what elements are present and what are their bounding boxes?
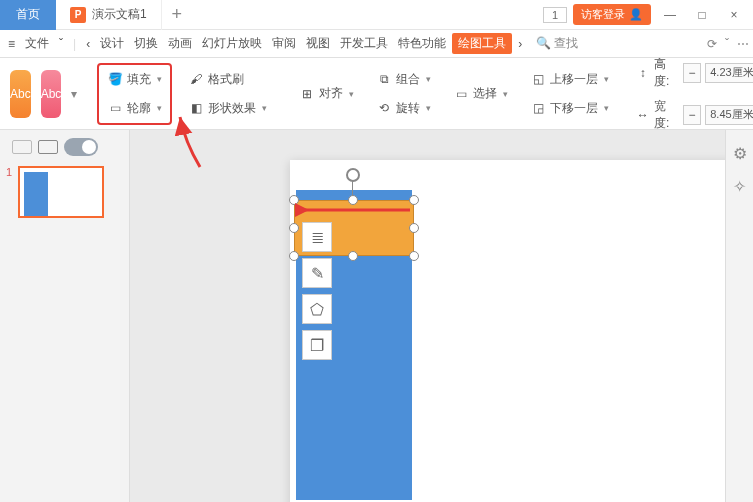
align-button[interactable]: ⊞ 对齐 ▾ (293, 83, 360, 104)
fill-label: 填充 (127, 71, 151, 88)
rotate-label: 旋转 (396, 100, 420, 117)
slide-panel: 1 (0, 130, 130, 502)
shape-effects-button[interactable]: ◧ 形状效果 ▾ (182, 98, 273, 119)
chevron-down-icon[interactable]: ▾ (426, 103, 431, 113)
style-preset-orange[interactable]: Abc (10, 70, 31, 118)
menu-animation[interactable]: 动画 (164, 35, 196, 52)
send-backward-button[interactable]: ◲ 下移一层 ▾ (524, 98, 615, 119)
chevron-down-icon[interactable]: ▾ (426, 74, 431, 84)
thumb-shape (24, 172, 48, 216)
rotate-button[interactable]: ⟲ 旋转 ▾ (370, 98, 437, 119)
height-input[interactable]: 4.23厘米 (705, 63, 753, 83)
chevron-down-icon[interactable]: ▾ (157, 74, 162, 84)
resize-handle-w[interactable] (289, 223, 299, 233)
bring-forward-button[interactable]: ◱ 上移一层 ▾ (524, 69, 615, 90)
format-painter-button[interactable]: 🖌 格式刷 (182, 69, 273, 90)
layers-tool[interactable]: ≣ (302, 222, 332, 252)
select-icon: ▭ (453, 86, 469, 102)
height-label: 高度: (654, 56, 679, 90)
width-icon: ↔ (635, 107, 650, 123)
menu-transition[interactable]: 切换 (130, 35, 162, 52)
chevron-down-icon[interactable]: ▾ (604, 74, 609, 84)
thumbnail-preview (18, 166, 104, 218)
send-backward-label: 下移一层 (550, 100, 598, 117)
width-row: ↔ 宽度: − 8.45厘米 + (635, 98, 753, 132)
outline-button[interactable]: ▭ 轮廓 ▾ (101, 98, 168, 119)
menu-drawing-tools[interactable]: 绘图工具 (452, 33, 512, 54)
height-decrement[interactable]: − (683, 63, 701, 83)
settings-icon[interactable]: ⚙ (733, 144, 747, 163)
slide[interactable] (290, 160, 725, 502)
select-button[interactable]: ▭ 选择 ▾ (447, 83, 514, 104)
align-label: 对齐 (319, 85, 343, 102)
resize-handle-sw[interactable] (289, 251, 299, 261)
new-tab-button[interactable]: + (162, 4, 192, 25)
canvas[interactable] (130, 130, 725, 502)
view-toggle[interactable] (64, 138, 98, 156)
resize-handle-s[interactable] (348, 251, 358, 261)
menu-slideshow[interactable]: 幻灯片放映 (198, 35, 266, 52)
guest-login-button[interactable]: 访客登录 👤 (573, 4, 651, 25)
resize-handle-ne[interactable] (409, 195, 419, 205)
outline-icon: ▭ (107, 100, 123, 116)
dropdown-icon[interactable]: ˇ (55, 37, 67, 51)
rotate-icon: ⟲ (376, 100, 392, 116)
slide-thumbnail-1[interactable]: 1 (6, 166, 123, 218)
chevron-down-icon[interactable]: ▾ (503, 89, 508, 99)
nav-prev-icon[interactable]: ‹ (82, 37, 94, 51)
resize-handle-se[interactable] (409, 251, 419, 261)
nav-next-icon[interactable]: › (514, 37, 526, 51)
file-menu[interactable]: 文件 (21, 35, 53, 52)
effects-icon: ◧ (188, 100, 204, 116)
height-row: ↕ 高度: − 4.23厘米 + (635, 56, 753, 90)
tab-home[interactable]: 首页 (0, 0, 56, 30)
menu-devtools[interactable]: 开发工具 (336, 35, 392, 52)
menu-features[interactable]: 特色功能 (394, 35, 450, 52)
menu-review[interactable]: 审阅 (268, 35, 300, 52)
collapse-ribbon-icon[interactable]: ˇ (725, 37, 729, 51)
chevron-down-icon[interactable]: ▾ (262, 103, 267, 113)
chevron-down-icon[interactable]: ▾ (604, 103, 609, 113)
select-label: 选择 (473, 85, 497, 102)
rotation-handle[interactable] (346, 168, 360, 182)
search-button[interactable]: 🔍 查找 (536, 35, 578, 52)
slide-number: 1 (6, 166, 12, 178)
presentation-icon: P (70, 7, 86, 23)
shape-tool[interactable]: ⬠ (302, 294, 332, 324)
hamburger-icon[interactable]: ≡ (4, 37, 19, 51)
maximize-button[interactable]: □ (689, 2, 715, 28)
outline-view-button[interactable] (12, 140, 32, 154)
minimize-button[interactable]: — (657, 2, 683, 28)
duplicate-tool[interactable]: ❐ (302, 330, 332, 360)
resize-handle-e[interactable] (409, 223, 419, 233)
width-decrement[interactable]: − (683, 105, 701, 125)
floating-shape-toolbar: ≣ ✎ ⬠ ❐ (302, 222, 332, 360)
align-icon: ⊞ (299, 86, 315, 102)
menu-design[interactable]: 设计 (96, 35, 128, 52)
tab-document[interactable]: P 演示文稿1 (56, 0, 162, 30)
height-icon: ↕ (635, 65, 650, 81)
menubar-right: ⟳ ˇ ⋯ (707, 37, 749, 51)
fill-button[interactable]: 🪣 填充 ▾ (101, 69, 168, 90)
favorite-icon[interactable]: ✧ (733, 177, 746, 196)
resize-handle-n[interactable] (348, 195, 358, 205)
thumbnail-view-button[interactable] (38, 140, 58, 154)
more-icon[interactable]: ⋯ (737, 37, 749, 51)
select-group: ▭ 选择 ▾ (447, 83, 514, 104)
brush-icon: 🖌 (188, 71, 204, 87)
eyedropper-tool[interactable]: ✎ (302, 258, 332, 288)
shape-effects-label: 形状效果 (208, 100, 256, 117)
guest-login-label: 访客登录 (581, 7, 625, 22)
chevron-down-icon[interactable]: ▾ (157, 103, 162, 113)
menu-view[interactable]: 视图 (302, 35, 334, 52)
group-button[interactable]: ⧉ 组合 ▾ (370, 69, 437, 90)
resize-handle-nw[interactable] (289, 195, 299, 205)
right-sidebar: ⚙ ✧ (725, 130, 753, 502)
style-gallery-more-icon[interactable]: ▾ (71, 87, 77, 101)
cloud-sync-icon[interactable]: ⟳ (707, 37, 717, 51)
chevron-down-icon[interactable]: ▾ (349, 89, 354, 99)
work-area: 1 ⚙ ✧ (0, 130, 753, 502)
width-input[interactable]: 8.45厘米 (705, 105, 753, 125)
style-preset-pink[interactable]: Abc (41, 70, 62, 118)
close-button[interactable]: × (721, 2, 747, 28)
